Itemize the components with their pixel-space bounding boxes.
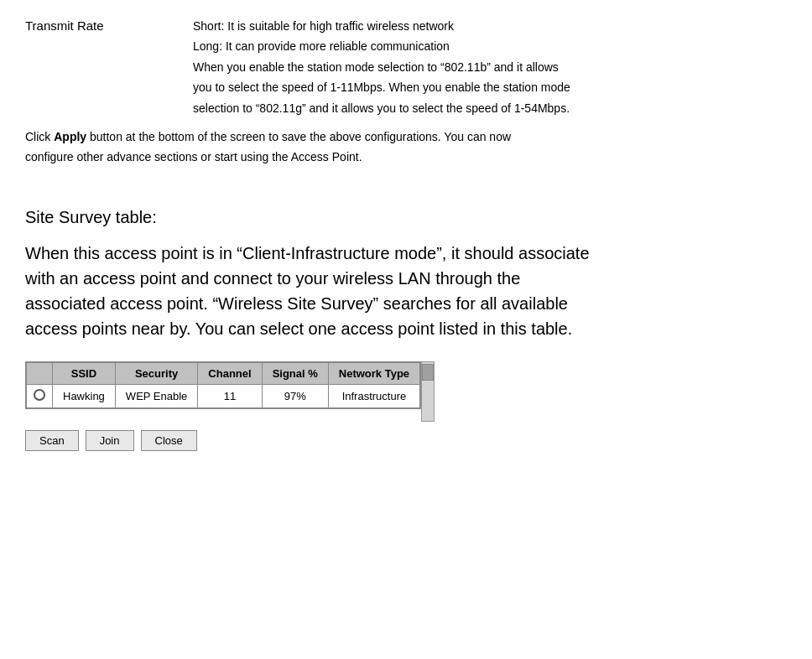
- line2: Long: It can provide more reliable commu…: [193, 37, 780, 55]
- scrollbar-thumb[interactable]: [422, 364, 434, 381]
- scrollbar[interactable]: [421, 361, 435, 422]
- radio-button[interactable]: [34, 389, 45, 401]
- site-survey-description: When this access point is in “Client-Inf…: [25, 241, 780, 341]
- table-wrapper: SSID Security Channel Signal % Network T…: [25, 361, 421, 422]
- line1: Short: It is suitable for high traffic w…: [193, 17, 780, 35]
- desc-line3: associated access point. “Wireless Site …: [25, 294, 568, 313]
- desc-line2: with an access point and connect to your…: [25, 269, 520, 288]
- desc-line4: access points near by. You can select on…: [25, 319, 572, 338]
- buttons-row: Scan Join Close: [25, 430, 780, 451]
- survey-table: SSID Security Channel Signal % Network T…: [26, 362, 420, 408]
- line3: When you enable the station mode selecti…: [193, 58, 780, 76]
- transmit-rate-section: Transmit Rate Short: It is suitable for …: [25, 17, 780, 119]
- row-channel: 11: [198, 384, 262, 407]
- row-ssid: Hawking: [53, 384, 116, 407]
- click-apply-paragraph: Click Apply button at the bottom of the …: [25, 127, 780, 168]
- scan-button[interactable]: Scan: [25, 430, 79, 451]
- transmit-rate-text: Transmit Rate: [25, 18, 104, 33]
- col-header-channel: Channel: [198, 362, 262, 384]
- join-button[interactable]: Join: [86, 430, 134, 451]
- col-header-signal: Signal %: [262, 362, 328, 384]
- transmit-rate-desc: Short: It is suitable for high traffic w…: [193, 17, 780, 119]
- transmit-rate-label: Transmit Rate: [25, 17, 193, 119]
- col-header-select: [27, 362, 53, 384]
- survey-table-container: SSID Security Channel Signal % Network T…: [25, 361, 421, 409]
- click-apply-bold: Apply: [54, 130, 86, 143]
- spacer1: [25, 174, 780, 200]
- content-area: Transmit Rate Short: It is suitable for …: [25, 17, 780, 451]
- site-survey-title: Site Survey table:: [25, 208, 780, 227]
- row-network-type: Infrastructure: [328, 384, 419, 407]
- close-button[interactable]: Close: [141, 430, 197, 451]
- click-apply-line2: configure other advance sections or star…: [25, 150, 362, 163]
- click-apply-suffix: button at the bottom of the screen to sa…: [86, 130, 511, 143]
- col-header-network-type: Network Type: [328, 362, 419, 384]
- table-row[interactable]: Hawking WEP Enable 11 97% Infrastructure: [27, 384, 420, 407]
- click-apply-prefix: Click: [25, 130, 54, 143]
- desc-line1: When this access point is in “Client-Inf…: [25, 244, 590, 262]
- line5: selection to “802.11g” and it allows you…: [193, 99, 780, 117]
- col-header-ssid: SSID: [53, 362, 116, 384]
- row-security: WEP Enable: [115, 384, 197, 407]
- row-signal: 97%: [262, 384, 328, 407]
- table-header-row: SSID Security Channel Signal % Network T…: [27, 362, 420, 384]
- row-radio-cell[interactable]: [27, 384, 53, 407]
- line4: you to select the speed of 1-11Mbps. Whe…: [193, 78, 780, 96]
- col-header-security: Security: [115, 362, 197, 384]
